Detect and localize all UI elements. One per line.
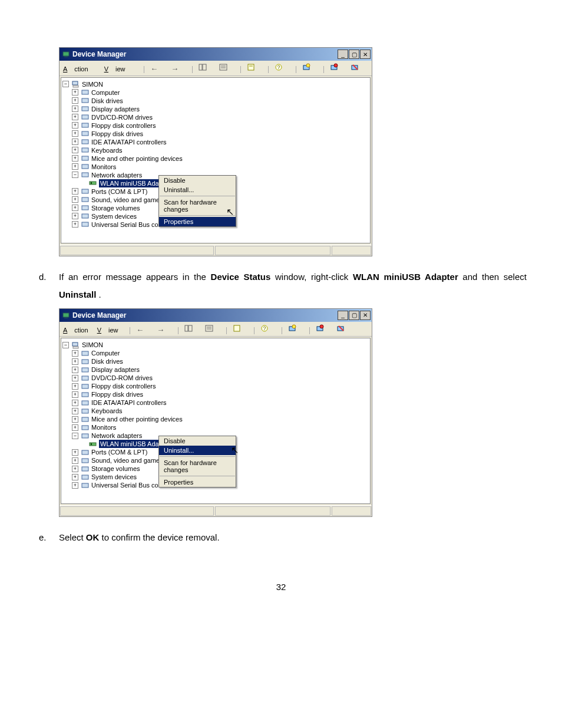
- expand-icon[interactable]: +: [72, 97, 78, 104]
- tree-node-label: Disk drives: [91, 357, 123, 365]
- expand-icon[interactable]: +: [72, 205, 78, 211]
- show-hide-tree-icon[interactable]: [197, 62, 209, 73]
- properties-icon[interactable]: [231, 323, 243, 334]
- disable-icon[interactable]: [349, 62, 361, 73]
- tree-node[interactable]: +Computer: [62, 88, 369, 97]
- expand-icon[interactable]: +: [72, 383, 78, 390]
- tree-node[interactable]: +Floppy disk drives: [62, 130, 369, 138]
- expand-icon[interactable]: +: [72, 122, 78, 129]
- tree-node[interactable]: +Floppy disk drives: [62, 390, 369, 398]
- tree-node[interactable]: +Display adapters: [62, 105, 369, 113]
- ctx-uninstall[interactable]: Uninstall...: [159, 185, 236, 195]
- list-icon[interactable]: [217, 62, 229, 73]
- menu-action[interactable]: Action: [63, 65, 95, 73]
- uninstall-icon[interactable]: [314, 323, 326, 334]
- expand-icon[interactable]: +: [72, 367, 78, 373]
- tree-node[interactable]: +Floppy disk controllers: [62, 382, 369, 390]
- tree-node[interactable]: +Disk drives: [62, 97, 369, 105]
- expand-icon[interactable]: +: [72, 466, 78, 472]
- maximize-button[interactable]: ▢: [349, 311, 359, 320]
- uninstall-icon[interactable]: [328, 62, 340, 73]
- svg-rect-18: [73, 85, 78, 87]
- expand-icon[interactable]: +: [72, 482, 78, 489]
- context-menu: Disable Uninstall... Scan for hardware c…: [158, 175, 236, 227]
- expand-icon[interactable]: +: [72, 221, 78, 228]
- expand-icon[interactable]: +: [72, 139, 78, 145]
- expand-icon[interactable]: +: [72, 155, 78, 162]
- tree-node[interactable]: +DVD/CD-ROM drives: [62, 113, 369, 121]
- svg-rect-26: [82, 148, 88, 152]
- tree-node[interactable]: +Display adapters: [62, 365, 369, 374]
- expand-icon[interactable]: +: [72, 114, 78, 120]
- tree-node[interactable]: +IDE ATA/ATAPI controllers: [62, 138, 369, 146]
- expand-icon[interactable]: +: [72, 147, 78, 153]
- tree-node[interactable]: +Monitors: [62, 163, 369, 171]
- collapse-icon[interactable]: −: [72, 172, 78, 178]
- forward-icon[interactable]: →: [155, 324, 167, 335]
- scan-hardware-icon[interactable]: [286, 323, 298, 334]
- minimize-button[interactable]: _: [338, 311, 348, 320]
- device-tree[interactable]: − SIMON +Computer+Disk drives+Display ad…: [61, 338, 371, 504]
- collapse-icon[interactable]: −: [72, 433, 78, 439]
- expand-icon[interactable]: +: [72, 213, 78, 219]
- tree-node[interactable]: +Keyboards: [62, 407, 369, 415]
- disable-icon[interactable]: [335, 323, 346, 334]
- scan-hardware-icon[interactable]: [300, 62, 312, 73]
- properties-icon[interactable]: [245, 62, 257, 73]
- expand-icon[interactable]: +: [72, 89, 78, 95]
- tree-node[interactable]: +Keyboards: [62, 146, 369, 154]
- tree-node[interactable]: +Mice and other pointing devices: [62, 154, 369, 163]
- collapse-icon[interactable]: −: [62, 81, 69, 87]
- svg-rect-65: [82, 434, 88, 438]
- expand-icon[interactable]: +: [72, 400, 78, 406]
- tree-root[interactable]: − SIMON: [62, 80, 369, 88]
- close-button[interactable]: ✕: [360, 50, 371, 59]
- back-icon[interactable]: ←: [148, 64, 160, 74]
- expand-icon[interactable]: +: [72, 106, 78, 112]
- expand-icon[interactable]: +: [72, 375, 78, 381]
- show-hide-tree-icon[interactable]: [183, 323, 194, 334]
- expand-icon[interactable]: +: [72, 358, 78, 365]
- ctx-disable[interactable]: Disable: [159, 176, 236, 185]
- tree-node[interactable]: +Mice and other pointing devices: [62, 415, 369, 423]
- minimize-button[interactable]: _: [338, 50, 348, 59]
- expand-icon[interactable]: +: [72, 408, 78, 414]
- device-tree[interactable]: − SIMON +Computer+Disk drives+Display ad…: [61, 77, 371, 243]
- tree-root[interactable]: − SIMON: [62, 341, 369, 349]
- close-button[interactable]: ✕: [360, 311, 371, 320]
- list-icon[interactable]: [203, 323, 215, 334]
- expand-icon[interactable]: +: [72, 188, 78, 195]
- expand-icon[interactable]: +: [72, 457, 78, 464]
- ctx-disable[interactable]: Disable: [159, 436, 236, 446]
- ctx-properties[interactable]: Properties: [159, 477, 236, 487]
- ctx-scan[interactable]: Scan for hardware changes: [159, 197, 236, 214]
- help-icon[interactable]: ?: [273, 62, 285, 73]
- svg-rect-19: [82, 90, 88, 94]
- maximize-button[interactable]: ▢: [349, 50, 359, 59]
- expand-icon[interactable]: +: [72, 196, 78, 203]
- expand-icon[interactable]: +: [72, 449, 78, 456]
- expand-icon[interactable]: +: [72, 163, 78, 170]
- ctx-scan[interactable]: Scan for hardware changes: [159, 458, 236, 475]
- tree-node[interactable]: +Monitors: [62, 423, 369, 431]
- ctx-uninstall[interactable]: Uninstall...: [159, 446, 236, 455]
- expand-icon[interactable]: +: [72, 130, 78, 137]
- collapse-icon[interactable]: −: [62, 342, 69, 348]
- tree-node[interactable]: +Computer: [62, 349, 369, 357]
- tree-node[interactable]: +Disk drives: [62, 357, 369, 365]
- menu-view[interactable]: View: [97, 327, 118, 334]
- menu-action[interactable]: Action: [63, 327, 88, 334]
- expand-icon[interactable]: +: [72, 391, 78, 398]
- tree-node[interactable]: +IDE ATA/ATAPI controllers: [62, 398, 369, 407]
- expand-icon[interactable]: +: [72, 474, 78, 480]
- expand-icon[interactable]: +: [72, 424, 78, 431]
- menu-view[interactable]: View: [104, 65, 133, 73]
- help-icon[interactable]: ?: [259, 323, 270, 334]
- expand-icon[interactable]: +: [72, 350, 78, 357]
- tree-node[interactable]: +DVD/CD-ROM drives: [62, 374, 369, 382]
- back-icon[interactable]: ←: [134, 324, 146, 335]
- expand-icon[interactable]: +: [72, 416, 78, 423]
- ctx-properties[interactable]: Properties: [159, 217, 236, 226]
- tree-node[interactable]: +Floppy disk controllers: [62, 121, 369, 130]
- forward-icon[interactable]: →: [169, 64, 181, 74]
